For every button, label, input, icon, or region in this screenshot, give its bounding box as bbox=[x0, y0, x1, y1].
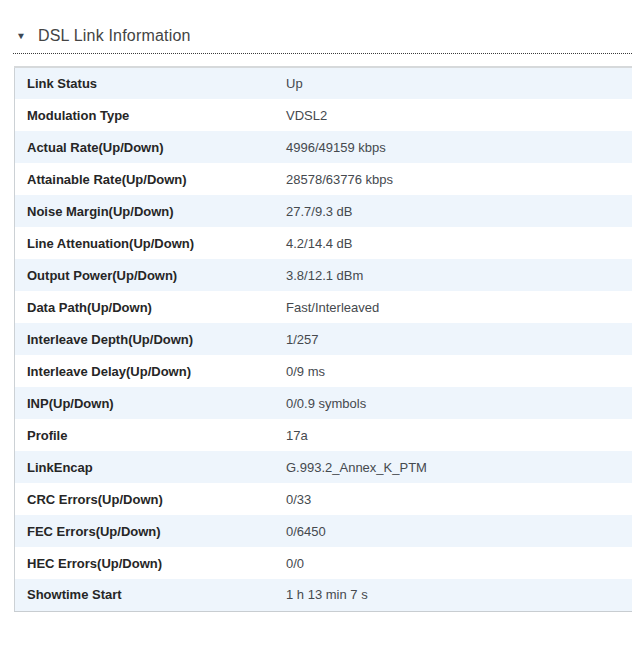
row-value: 0/9 ms bbox=[285, 355, 632, 387]
section-divider bbox=[13, 53, 632, 54]
table-row: Profile17a bbox=[15, 419, 632, 451]
row-label: Noise Margin(Up/Down) bbox=[15, 195, 286, 227]
table-row: Interleave Delay(Up/Down)0/9 ms bbox=[15, 355, 632, 387]
row-label: Line Attenuation(Up/Down) bbox=[15, 227, 286, 259]
row-label: CRC Errors(Up/Down) bbox=[15, 483, 286, 515]
table-row: FEC Errors(Up/Down)0/6450 bbox=[15, 515, 632, 547]
row-value: 0/0 bbox=[285, 547, 632, 579]
table-row: Data Path(Up/Down)Fast/Interleaved bbox=[15, 291, 632, 323]
dsl-info-table: Link StatusUpModulation TypeVDSL2Actual … bbox=[14, 66, 632, 612]
table-row: Actual Rate(Up/Down)4996/49159 kbps bbox=[15, 131, 632, 163]
table-row: Link StatusUp bbox=[15, 67, 632, 99]
table-row: Output Power(Up/Down)3.8/12.1 dBm bbox=[15, 259, 632, 291]
row-value: 3.8/12.1 dBm bbox=[285, 259, 632, 291]
row-value: VDSL2 bbox=[285, 99, 632, 131]
row-value: 0/33 bbox=[285, 483, 632, 515]
table-row: Modulation TypeVDSL2 bbox=[15, 99, 632, 131]
row-value: 0/0.9 symbols bbox=[285, 387, 632, 419]
dsl-info-table-body: Link StatusUpModulation TypeVDSL2Actual … bbox=[15, 67, 632, 611]
row-label: INP(Up/Down) bbox=[15, 387, 286, 419]
row-label: Output Power(Up/Down) bbox=[15, 259, 286, 291]
row-label: Data Path(Up/Down) bbox=[15, 291, 286, 323]
row-label: FEC Errors(Up/Down) bbox=[15, 515, 286, 547]
row-value: G.993.2_Annex_K_PTM bbox=[285, 451, 632, 483]
row-value: 17a bbox=[285, 419, 632, 451]
row-value: 27.7/9.3 dB bbox=[285, 195, 632, 227]
row-value: 4996/49159 kbps bbox=[285, 131, 632, 163]
row-value: 4.2/14.4 dB bbox=[285, 227, 632, 259]
dsl-status-page: ▼ DSL Link Information Link StatusUpModu… bbox=[0, 26, 632, 648]
row-value: Up bbox=[285, 67, 632, 99]
table-row: Interleave Depth(Up/Down)1/257 bbox=[15, 323, 632, 355]
row-value: 1/257 bbox=[285, 323, 632, 355]
table-row: CRC Errors(Up/Down)0/33 bbox=[15, 483, 632, 515]
row-label: HEC Errors(Up/Down) bbox=[15, 547, 286, 579]
section-header-dsl-link-information[interactable]: ▼ DSL Link Information bbox=[16, 26, 632, 46]
collapse-triangle-icon[interactable]: ▼ bbox=[16, 32, 26, 41]
row-label: Profile bbox=[15, 419, 286, 451]
row-value: Fast/Interleaved bbox=[285, 291, 632, 323]
row-value: 1 h 13 min 7 s bbox=[285, 579, 632, 611]
row-value: 0/6450 bbox=[285, 515, 632, 547]
row-label: Interleave Depth(Up/Down) bbox=[15, 323, 286, 355]
table-row: HEC Errors(Up/Down)0/0 bbox=[15, 547, 632, 579]
row-value: 28578/63776 kbps bbox=[285, 163, 632, 195]
table-row: LinkEncapG.993.2_Annex_K_PTM bbox=[15, 451, 632, 483]
table-row: INP(Up/Down)0/0.9 symbols bbox=[15, 387, 632, 419]
row-label: Link Status bbox=[15, 67, 286, 99]
table-row: Attainable Rate(Up/Down)28578/63776 kbps bbox=[15, 163, 632, 195]
table-row: Showtime Start1 h 13 min 7 s bbox=[15, 579, 632, 611]
table-row: Noise Margin(Up/Down)27.7/9.3 dB bbox=[15, 195, 632, 227]
row-label: Showtime Start bbox=[15, 579, 286, 611]
row-label: Interleave Delay(Up/Down) bbox=[15, 355, 286, 387]
row-label: LinkEncap bbox=[15, 451, 286, 483]
row-label: Attainable Rate(Up/Down) bbox=[15, 163, 286, 195]
row-label: Actual Rate(Up/Down) bbox=[15, 131, 286, 163]
row-label: Modulation Type bbox=[15, 99, 286, 131]
section-title: DSL Link Information bbox=[38, 27, 191, 45]
table-row: Line Attenuation(Up/Down)4.2/14.4 dB bbox=[15, 227, 632, 259]
